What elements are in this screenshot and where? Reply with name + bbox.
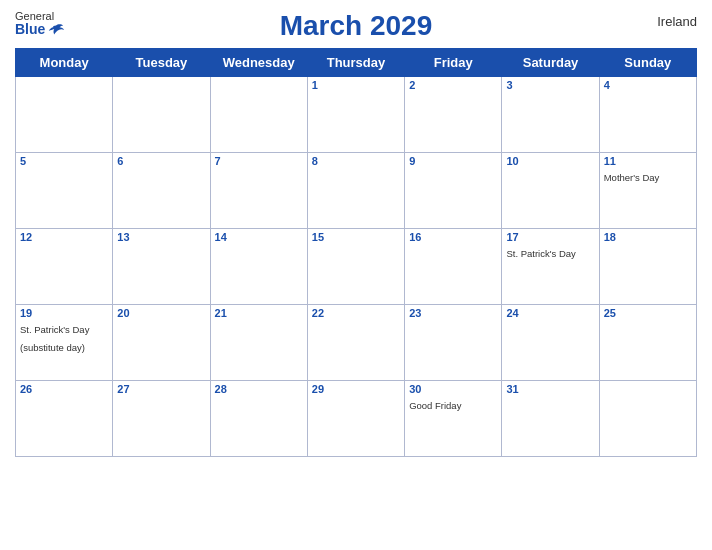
day-number: 11 (604, 155, 692, 167)
calendar-wrapper: General Blue March 2029 Ireland Monday T… (0, 0, 712, 550)
calendar-week-row: 121314151617St. Patrick's Day18 (16, 229, 697, 305)
calendar-cell: 4 (599, 77, 696, 153)
header-wednesday: Wednesday (210, 49, 307, 77)
calendar-cell: 19St. Patrick's Day (substitute day) (16, 305, 113, 381)
calendar-cell: 11Mother's Day (599, 153, 696, 229)
calendar-cell (599, 381, 696, 457)
day-number: 16 (409, 231, 497, 243)
calendar-cell: 10 (502, 153, 599, 229)
calendar-cell: 25 (599, 305, 696, 381)
day-number: 30 (409, 383, 497, 395)
calendar-cell: 21 (210, 305, 307, 381)
day-number: 27 (117, 383, 205, 395)
calendar-week-row: 1234 (16, 77, 697, 153)
day-event: St. Patrick's Day (substitute day) (20, 324, 89, 353)
calendar-cell: 18 (599, 229, 696, 305)
calendar-cell: 15 (307, 229, 404, 305)
bird-icon (47, 23, 65, 37)
day-number: 12 (20, 231, 108, 243)
day-event: St. Patrick's Day (506, 248, 575, 259)
day-event: Mother's Day (604, 172, 660, 183)
calendar-cell: 22 (307, 305, 404, 381)
day-number: 7 (215, 155, 303, 167)
calendar-week-row: 567891011Mother's Day (16, 153, 697, 229)
calendar-cell: 14 (210, 229, 307, 305)
header-friday: Friday (405, 49, 502, 77)
header-tuesday: Tuesday (113, 49, 210, 77)
calendar-cell: 9 (405, 153, 502, 229)
day-number: 25 (604, 307, 692, 319)
calendar-cell: 1 (307, 77, 404, 153)
calendar-cell: 27 (113, 381, 210, 457)
day-event: Good Friday (409, 400, 461, 411)
day-number: 19 (20, 307, 108, 319)
calendar-cell: 2 (405, 77, 502, 153)
day-number: 9 (409, 155, 497, 167)
calendar-cell: 8 (307, 153, 404, 229)
header-monday: Monday (16, 49, 113, 77)
day-number: 1 (312, 79, 400, 91)
day-number: 22 (312, 307, 400, 319)
day-number: 15 (312, 231, 400, 243)
header-saturday: Saturday (502, 49, 599, 77)
day-number: 10 (506, 155, 594, 167)
day-number: 5 (20, 155, 108, 167)
calendar-cell: 31 (502, 381, 599, 457)
calendar-cell (210, 77, 307, 153)
calendar-table: Monday Tuesday Wednesday Thursday Friday… (15, 48, 697, 457)
calendar-cell: 16 (405, 229, 502, 305)
calendar-week-row: 19St. Patrick's Day (substitute day)2021… (16, 305, 697, 381)
calendar-cell: 6 (113, 153, 210, 229)
day-number: 2 (409, 79, 497, 91)
day-number: 13 (117, 231, 205, 243)
day-number: 20 (117, 307, 205, 319)
calendar-title: March 2029 (280, 10, 433, 42)
day-number: 26 (20, 383, 108, 395)
header-thursday: Thursday (307, 49, 404, 77)
calendar-cell: 12 (16, 229, 113, 305)
header-sunday: Sunday (599, 49, 696, 77)
calendar-cell: 13 (113, 229, 210, 305)
day-number: 31 (506, 383, 594, 395)
calendar-cell: 7 (210, 153, 307, 229)
calendar-cell: 24 (502, 305, 599, 381)
weekday-header-row: Monday Tuesday Wednesday Thursday Friday… (16, 49, 697, 77)
calendar-cell (113, 77, 210, 153)
day-number: 14 (215, 231, 303, 243)
day-number: 24 (506, 307, 594, 319)
day-number: 3 (506, 79, 594, 91)
calendar-cell: 3 (502, 77, 599, 153)
calendar-week-row: 2627282930Good Friday31 (16, 381, 697, 457)
logo-area: General Blue (15, 10, 65, 37)
calendar-cell: 28 (210, 381, 307, 457)
day-number: 18 (604, 231, 692, 243)
calendar-header: General Blue March 2029 Ireland (15, 10, 697, 42)
day-number: 21 (215, 307, 303, 319)
calendar-cell: 30Good Friday (405, 381, 502, 457)
calendar-cell: 17St. Patrick's Day (502, 229, 599, 305)
calendar-cell: 20 (113, 305, 210, 381)
day-number: 8 (312, 155, 400, 167)
day-number: 28 (215, 383, 303, 395)
calendar-cell (16, 77, 113, 153)
day-number: 29 (312, 383, 400, 395)
calendar-cell: 26 (16, 381, 113, 457)
calendar-cell: 29 (307, 381, 404, 457)
day-number: 17 (506, 231, 594, 243)
day-number: 23 (409, 307, 497, 319)
day-number: 4 (604, 79, 692, 91)
calendar-cell: 5 (16, 153, 113, 229)
day-number: 6 (117, 155, 205, 167)
country-label: Ireland (657, 14, 697, 29)
calendar-cell: 23 (405, 305, 502, 381)
logo-blue: Blue (15, 22, 45, 37)
